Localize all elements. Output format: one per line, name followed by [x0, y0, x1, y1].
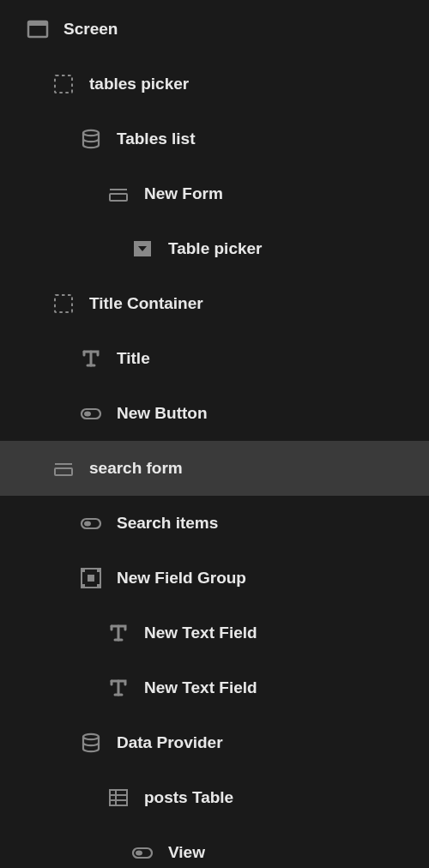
tree-item[interactable]: New Text Field: [0, 660, 429, 715]
screen-icon: [26, 17, 50, 41]
tree-item-label: posts Table: [144, 788, 233, 807]
tree-item-label: Title: [117, 349, 150, 368]
tree-item[interactable]: Tables list: [0, 112, 429, 166]
button-icon: [79, 511, 103, 535]
tree-item[interactable]: New Form: [0, 166, 429, 221]
tree-item[interactable]: tables picker: [0, 57, 429, 112]
tree-item-label: Search items: [117, 514, 218, 533]
tree-item-label: search form: [89, 459, 183, 478]
tree-item-label: New Field Group: [117, 569, 246, 588]
tree-item[interactable]: Search items: [0, 496, 429, 551]
tree-item-label: View: [168, 843, 205, 862]
form-icon: [51, 456, 76, 480]
container-icon: [51, 72, 76, 96]
tree-item-label: New Text Field: [144, 624, 257, 642]
tree-item-label: New Text Field: [144, 678, 257, 697]
text-icon: [106, 676, 130, 700]
tree-item[interactable]: New Button: [0, 386, 429, 441]
tree-item-label: Data Provider: [117, 733, 223, 752]
text-icon: [106, 621, 130, 645]
tree-item-label: New Form: [144, 184, 223, 203]
text-icon: [79, 347, 103, 371]
table-icon: [106, 786, 130, 810]
tree-item[interactable]: New Field Group: [0, 551, 429, 606]
tree-item-label: Tables list: [117, 130, 196, 148]
tree-item[interactable]: search form: [0, 441, 429, 496]
tree-item[interactable]: posts Table: [0, 770, 429, 825]
container-icon: [51, 292, 76, 316]
tree-item-label: tables picker: [89, 75, 189, 93]
tree-item-label: Title Container: [89, 294, 203, 313]
tree-item[interactable]: Screen: [0, 2, 429, 57]
button-icon: [130, 841, 154, 865]
form-icon: [106, 182, 130, 206]
tree-item[interactable]: Table picker: [0, 221, 429, 276]
dropdown-icon: [130, 237, 154, 261]
tree-item[interactable]: Data Provider: [0, 715, 429, 770]
tree-item-label: Screen: [63, 20, 118, 39]
database-icon: [79, 731, 103, 755]
component-tree: Screentables pickerTables listNew FormTa…: [0, 0, 429, 868]
tree-item[interactable]: View: [0, 825, 429, 868]
tree-item-label: Table picker: [168, 239, 262, 258]
tree-item[interactable]: Title: [0, 331, 429, 386]
tree-item[interactable]: Title Container: [0, 276, 429, 331]
tree-item-label: New Button: [117, 404, 208, 423]
database-icon: [79, 127, 103, 151]
fieldgroup-icon: [79, 566, 103, 590]
button-icon: [79, 401, 103, 425]
tree-item[interactable]: New Text Field: [0, 606, 429, 660]
